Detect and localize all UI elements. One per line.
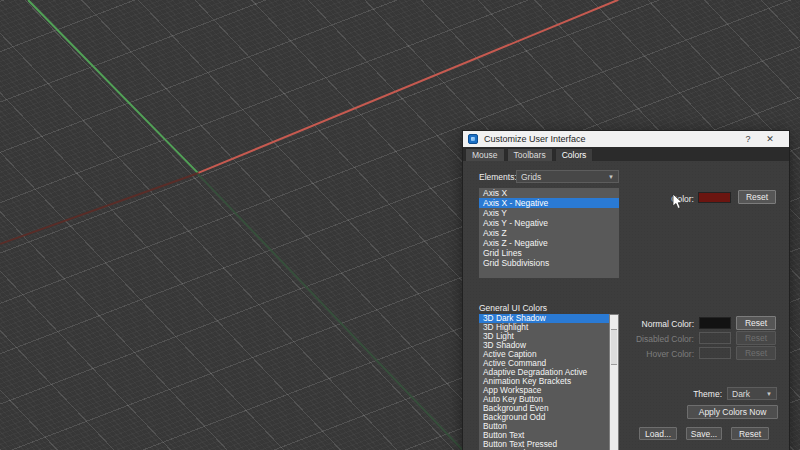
list-item[interactable]: 3D Highlight	[479, 323, 609, 332]
list-item[interactable]: Axis X	[479, 188, 619, 198]
list-item[interactable]: 3D Dark Shadow	[479, 314, 609, 323]
elements-label: Elements:	[479, 172, 517, 182]
screen: Customize User Interface ? ✕ Mouse Toolb…	[0, 0, 800, 450]
tab-strip: Mouse Toolbars Colors	[463, 147, 789, 161]
general-ui-colors-listwrap: 3D Dark Shadow3D Highlight3D Light3D Sha…	[479, 314, 619, 450]
list-item[interactable]: Axis Y - Negative	[479, 218, 619, 228]
list-item[interactable]: Background Odd	[479, 413, 609, 422]
list-item[interactable]: Auto Key Button	[479, 395, 609, 404]
list-item[interactable]: Active Command	[479, 359, 609, 368]
list-item[interactable]: Axis X - Negative	[479, 198, 619, 208]
hover-color-label: Hover Color:	[603, 349, 694, 359]
axis-color-swatch[interactable]	[698, 192, 731, 203]
tab-mouse[interactable]: Mouse	[465, 148, 505, 161]
list-item[interactable]: Grid Lines	[479, 248, 619, 258]
disabled-color-label: Disabled Color:	[603, 334, 694, 344]
normal-color-label: Normal Color:	[603, 319, 694, 329]
hover-color-reset-button: Reset	[736, 346, 776, 360]
theme-dropdown-value: Dark	[732, 389, 763, 399]
list-item[interactable]: Axis Z - Negative	[479, 238, 619, 248]
app-icon	[468, 134, 478, 144]
list-item[interactable]: Background Even	[479, 404, 609, 413]
dialog-title: Customize User Interface	[484, 134, 737, 144]
apply-colors-now-button[interactable]: Apply Colors Now	[687, 405, 778, 419]
dialog-titlebar[interactable]: Customize User Interface ? ✕	[463, 131, 789, 147]
normal-color-swatch[interactable]	[699, 317, 731, 329]
list-item[interactable]: Button Text	[479, 431, 609, 440]
axis-y-line	[27, 0, 199, 174]
list-item[interactable]: Button Text Pressed	[479, 440, 609, 449]
load-button[interactable]: Load...	[639, 427, 677, 440]
chevron-down-icon: ▼	[766, 389, 772, 399]
close-button[interactable]: ✕	[759, 134, 781, 144]
tab-toolbars[interactable]: Toolbars	[507, 148, 553, 161]
hover-color-swatch	[699, 347, 731, 359]
list-item[interactable]: 3D Light	[479, 332, 609, 341]
general-ui-colors-list[interactable]: 3D Dark Shadow3D Highlight3D Light3D Sha…	[479, 314, 609, 450]
list-item[interactable]: Grid Subdivisions	[479, 258, 619, 268]
list-item[interactable]: Axis Z	[479, 228, 619, 238]
tab-colors[interactable]: Colors	[555, 148, 594, 161]
theme-dropdown[interactable]: Dark ▼	[727, 387, 777, 400]
customize-ui-dialog: Customize User Interface ? ✕ Mouse Toolb…	[462, 130, 790, 450]
axis-x-negative-line	[0, 172, 199, 245]
elements-dropdown-value: Grids	[521, 172, 605, 182]
save-button[interactable]: Save...	[686, 427, 722, 440]
list-item[interactable]: 3D Shadow	[479, 341, 609, 350]
axis-color-reset-button[interactable]: Reset	[738, 190, 776, 204]
list-item[interactable]: Active Caption	[479, 350, 609, 359]
dialog-reset-button[interactable]: Reset	[731, 427, 769, 440]
mouse-cursor-icon	[672, 193, 684, 210]
chevron-down-icon: ▼	[608, 172, 614, 182]
colors-tab-panel: Elements: Grids ▼ Axis XAxis X - Negativ…	[463, 161, 789, 450]
list-item[interactable]: Adaptive Degradation Active	[479, 368, 609, 377]
elements-dropdown[interactable]: Grids ▼	[516, 170, 619, 183]
elements-list[interactable]: Axis XAxis X - NegativeAxis YAxis Y - Ne…	[479, 188, 619, 278]
list-item[interactable]: App Workspace	[479, 386, 609, 395]
disabled-color-swatch	[699, 332, 731, 344]
general-ui-colors-label: General UI Colors	[479, 303, 547, 313]
list-item[interactable]: Axis Y	[479, 208, 619, 218]
normal-color-reset-button[interactable]: Reset	[736, 316, 776, 330]
axis-y-negative-line	[197, 173, 465, 450]
disabled-color-reset-button: Reset	[736, 331, 776, 345]
list-item[interactable]: Button	[479, 422, 609, 431]
help-button[interactable]: ?	[737, 134, 759, 144]
theme-label: Theme:	[662, 389, 722, 399]
list-item[interactable]: Animation Key Brackets	[479, 377, 609, 386]
